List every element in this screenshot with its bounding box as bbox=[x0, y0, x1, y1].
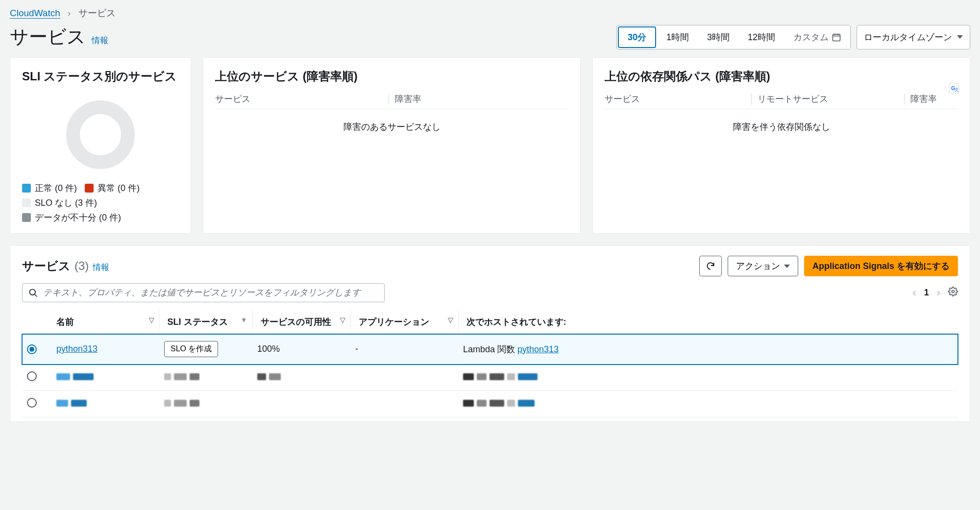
time-range-custom-label: カスタム bbox=[793, 31, 829, 43]
col-service: サービス bbox=[215, 93, 389, 105]
page-number: 1 bbox=[924, 288, 929, 298]
search-icon bbox=[28, 288, 38, 298]
info-link[interactable]: 情報 bbox=[93, 262, 109, 273]
col-fault-rate: 障害率 bbox=[389, 93, 568, 105]
legend-item-insufficient: データが不十分 (0 件) bbox=[22, 212, 121, 223]
page-title: サービス 情報 bbox=[10, 24, 108, 49]
settings-button[interactable] bbox=[948, 287, 958, 299]
col-name[interactable]: 名前 ▽ bbox=[51, 310, 159, 334]
legend-label: 正常 (0 件) bbox=[35, 182, 77, 194]
svg-point-5 bbox=[952, 291, 955, 293]
svg-point-4 bbox=[30, 289, 36, 295]
legend-label: 異常 (0 件) bbox=[98, 182, 140, 194]
swatch-red bbox=[85, 184, 94, 193]
caret-down-icon bbox=[784, 265, 790, 268]
donut-chart bbox=[22, 93, 179, 176]
search-box[interactable] bbox=[22, 283, 385, 302]
svg-rect-0 bbox=[833, 34, 840, 41]
col-service: サービス bbox=[605, 93, 751, 105]
breadcrumb: CloudWatch › サービス bbox=[10, 7, 970, 20]
services-panel: サービス (3) 情報 アクション Application Signals を有… bbox=[10, 245, 970, 422]
services-table: 名前 ▽ SLI ステータス ▼ サービスの可用性 ▽ アプリケーション ▽ bbox=[22, 310, 958, 417]
legend-item-abnormal: 異常 (0 件) bbox=[85, 182, 140, 194]
card-top-services: 上位のサービス (障害率順) サービス 障害率 障害のあるサービスなし bbox=[203, 57, 581, 234]
availability-value: 100% bbox=[252, 334, 350, 364]
swatch-grey-dark bbox=[22, 213, 31, 222]
col-availability[interactable]: サービスの可用性 ▽ bbox=[252, 310, 350, 334]
hosted-link[interactable]: python313 bbox=[517, 344, 559, 354]
swatch-grey-light bbox=[22, 198, 31, 207]
breadcrumb-root[interactable]: CloudWatch bbox=[10, 8, 60, 19]
prev-page[interactable]: ‹ bbox=[912, 287, 916, 299]
hosted-value: Lambda 関数 python313 bbox=[458, 334, 958, 364]
hosted-prefix: Lambda 関数 bbox=[463, 344, 517, 354]
card-sli-status: SLI ステータス別のサービス 正常 (0 件) 異常 (0 件) bbox=[10, 57, 191, 234]
card-top-services-title: 上位のサービス (障害率順) bbox=[215, 69, 568, 84]
time-range-custom[interactable]: カスタム bbox=[784, 25, 850, 49]
col-sli[interactable]: SLI ステータス ▼ bbox=[159, 310, 252, 334]
time-range-selector: 30分 1時間 3時間 12時間 カスタム bbox=[616, 25, 851, 49]
calendar-icon bbox=[832, 32, 841, 42]
top-deps-empty: 障害を伴う依存関係なし bbox=[605, 121, 958, 133]
next-page[interactable]: › bbox=[937, 287, 940, 299]
sort-icon: ▽ bbox=[340, 316, 345, 324]
card-top-deps-title: 上位の依存関係パス (障害率順) bbox=[605, 69, 958, 84]
row-radio[interactable] bbox=[27, 398, 37, 408]
services-title-text: サービス bbox=[22, 258, 71, 274]
breadcrumb-current: サービス bbox=[78, 8, 116, 18]
redacted-cell bbox=[458, 391, 958, 417]
time-range-12h[interactable]: 12時間 bbox=[738, 25, 784, 49]
redacted-cell bbox=[51, 391, 159, 417]
translate-icon: G文 bbox=[948, 82, 960, 94]
translate-badge[interactable]: G文 bbox=[948, 82, 960, 97]
info-link[interactable]: 情報 bbox=[92, 35, 108, 46]
top-deps-header: サービス リモートサービス 障害率 bbox=[605, 93, 958, 109]
col-availability-label: サービスの可用性 bbox=[261, 317, 331, 327]
gear-icon bbox=[948, 287, 958, 296]
services-count: (3) bbox=[74, 259, 89, 273]
enable-app-signals-button[interactable]: Application Signals を有効にする bbox=[804, 256, 958, 276]
table-row[interactable] bbox=[22, 364, 958, 391]
legend-item-normal: 正常 (0 件) bbox=[22, 182, 77, 194]
create-slo-button[interactable]: SLO を作成 bbox=[164, 341, 218, 357]
row-radio[interactable] bbox=[27, 371, 37, 381]
col-application[interactable]: アプリケーション ▽ bbox=[350, 310, 458, 334]
actions-label: アクション bbox=[736, 260, 780, 272]
timezone-label: ローカルタイムゾーン bbox=[864, 31, 952, 43]
top-services-empty: 障害のあるサービスなし bbox=[215, 121, 568, 133]
sort-icon: ▼ bbox=[241, 316, 247, 324]
col-name-label: 名前 bbox=[56, 317, 74, 327]
caret-down-icon bbox=[957, 35, 963, 39]
chevron-right-icon: › bbox=[68, 8, 71, 18]
legend-item-noslo: SLO なし (3 件) bbox=[22, 197, 97, 209]
services-title: サービス (3) 情報 bbox=[22, 258, 109, 274]
col-hosted-label: 次でホストされています: bbox=[466, 317, 566, 327]
application-value: - bbox=[350, 334, 458, 364]
col-sli-label: SLI ステータス bbox=[168, 317, 228, 327]
time-range-3h[interactable]: 3時間 bbox=[698, 25, 738, 49]
actions-button[interactable]: アクション bbox=[728, 256, 798, 276]
redacted-cell bbox=[159, 391, 252, 417]
top-services-header: サービス 障害率 bbox=[215, 93, 568, 109]
redacted-cell bbox=[159, 364, 252, 391]
time-range-30m[interactable]: 30分 bbox=[618, 26, 656, 48]
card-sli-status-title: SLI ステータス別のサービス bbox=[22, 69, 179, 84]
table-row[interactable] bbox=[22, 391, 958, 417]
legend-label: データが不十分 (0 件) bbox=[35, 212, 121, 223]
donut-legend: 正常 (0 件) 異常 (0 件) SLO なし (3 件) bbox=[22, 182, 179, 223]
pager: ‹ 1 › bbox=[912, 287, 958, 299]
timezone-select[interactable]: ローカルタイムゾーン bbox=[857, 25, 970, 49]
legend-label: SLO なし (3 件) bbox=[35, 197, 97, 209]
row-radio[interactable] bbox=[27, 344, 37, 354]
refresh-button[interactable] bbox=[699, 256, 722, 276]
service-name-link[interactable]: python313 bbox=[56, 344, 98, 354]
svg-text:文: 文 bbox=[955, 87, 959, 92]
table-row[interactable]: python313 SLO を作成 100% - Lambda 関数 pytho… bbox=[22, 334, 958, 364]
time-range-1h[interactable]: 1時間 bbox=[657, 25, 698, 49]
col-hosted[interactable]: 次でホストされています: bbox=[458, 310, 958, 334]
donut-ring bbox=[66, 100, 135, 169]
search-input[interactable] bbox=[43, 288, 378, 298]
card-top-deps: 上位の依存関係パス (障害率順) G文 サービス リモートサービス 障害率 障害… bbox=[592, 57, 970, 234]
swatch-blue bbox=[22, 184, 31, 193]
col-application-label: アプリケーション bbox=[359, 317, 429, 327]
